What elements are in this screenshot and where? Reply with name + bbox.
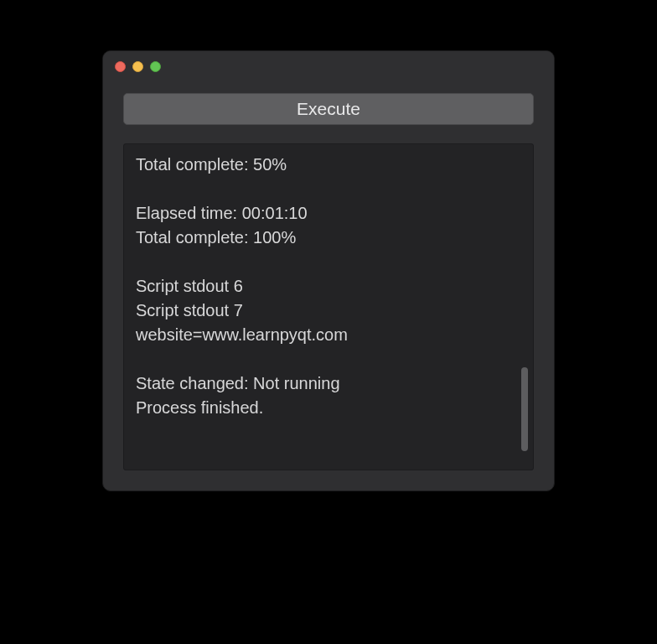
- titlebar[interactable]: [103, 51, 554, 81]
- output-panel[interactable]: Total complete: 50% Elapsed time: 00:01:…: [123, 143, 534, 470]
- app-window: Execute Total complete: 50% Elapsed time…: [102, 50, 555, 491]
- execute-button[interactable]: Execute: [123, 93, 534, 125]
- scrollbar-thumb[interactable]: [521, 367, 528, 451]
- window-content: Execute Total complete: 50% Elapsed time…: [103, 81, 554, 491]
- output-text: Total complete: 50% Elapsed time: 00:01:…: [136, 153, 521, 420]
- close-icon[interactable]: [115, 61, 126, 72]
- traffic-lights: [115, 61, 161, 72]
- maximize-icon[interactable]: [150, 61, 161, 72]
- minimize-icon[interactable]: [132, 61, 143, 72]
